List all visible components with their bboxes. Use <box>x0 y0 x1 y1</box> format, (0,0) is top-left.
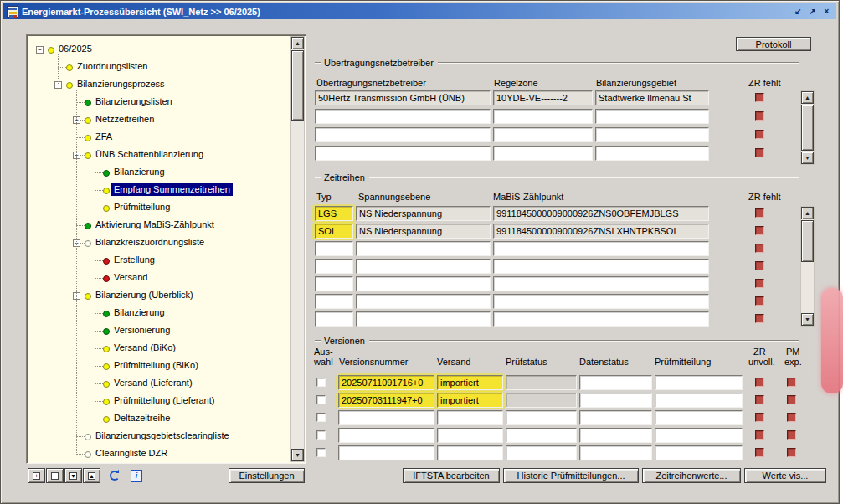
tree-item[interactable]: Versand <box>111 271 150 284</box>
spannungsebene-field[interactable] <box>356 276 491 291</box>
window-close-icon[interactable]: × <box>820 6 833 17</box>
versand-field[interactable]: importiert <box>437 375 503 390</box>
versand-field[interactable] <box>437 445 503 460</box>
typ-field[interactable] <box>315 241 353 256</box>
tree-item[interactable]: Empfang Summenzeitreihen <box>111 183 233 196</box>
scroll-up-icon[interactable]: ▲ <box>801 207 814 219</box>
pruefmitteilung-field[interactable] <box>655 393 743 408</box>
datenstatus-field[interactable] <box>579 445 652 460</box>
regelzone-field[interactable] <box>493 109 593 124</box>
zr-fehlt-checkbox[interactable] <box>755 226 764 235</box>
unb-field[interactable]: 50Hertz Transmission GmbH (ÜNB) <box>315 90 491 105</box>
zr-fehlt-checkbox[interactable] <box>755 148 764 157</box>
versionsnummer-field[interactable] <box>338 410 434 425</box>
zr-fehlt-checkbox[interactable] <box>755 314 764 323</box>
pruefstatus-field[interactable] <box>506 375 577 390</box>
zeitreihen-scrollbar[interactable]: ▲ ▼ <box>800 206 815 327</box>
zr-unvoll-checkbox[interactable] <box>755 378 764 387</box>
zr-unvoll-checkbox[interactable] <box>755 430 764 440</box>
tree-item[interactable]: Prüfmitteilung (Lieferant) <box>111 394 217 407</box>
einstellungen-button[interactable]: Einstellungen <box>229 468 305 483</box>
tree-item[interactable]: Bilanzierung (Überblick) <box>93 289 196 301</box>
tree-item[interactable]: Clearingliste DZR <box>93 447 170 460</box>
regelzone-field[interactable]: 10YDE-VE-------2 <box>493 90 593 105</box>
scroll-up-icon[interactable]: ▲ <box>801 91 814 104</box>
tree-item[interactable]: ZFA <box>93 131 115 143</box>
zr-fehlt-checkbox[interactable] <box>755 93 764 102</box>
zr-fehlt-checkbox[interactable] <box>755 244 764 253</box>
zr-unvoll-checkbox[interactable] <box>755 395 764 404</box>
pruefmitteilung-field[interactable] <box>655 445 743 460</box>
unb-field[interactable] <box>315 127 491 142</box>
typ-field[interactable]: SOL <box>315 224 353 239</box>
tree-item[interactable]: Bilanzierungsgebietsclearingliste <box>93 429 232 442</box>
window-restore-icon[interactable]: ↙ <box>792 6 804 17</box>
mabis-zaehlpunkt-field[interactable]: 9911845000009000926ZNS0OBFEMJBLGS <box>493 206 709 221</box>
bilanzierungsgebiet-field[interactable] <box>595 146 709 161</box>
regelzone-field[interactable] <box>493 146 593 161</box>
zr-fehlt-checkbox[interactable] <box>755 208 764 218</box>
tree-item[interactable]: Bilanzierung <box>111 166 167 178</box>
pruefmitteilung-field[interactable] <box>655 375 743 390</box>
spannungsebene-field[interactable]: NS Niederspannung <box>356 224 491 239</box>
pm-exp-checkbox[interactable] <box>787 448 796 457</box>
zr-unvoll-checkbox[interactable] <box>755 448 764 457</box>
mabis-zaehlpunkt-field[interactable] <box>493 259 709 274</box>
tree-scrollbar-thumb[interactable] <box>291 50 304 121</box>
spannungsebene-field[interactable] <box>356 311 491 327</box>
spannungsebene-field[interactable] <box>356 294 491 309</box>
pruefstatus-field[interactable] <box>506 393 577 408</box>
spannungsebene-field[interactable] <box>356 259 491 274</box>
iftsta-bearbeiten-button[interactable]: IFTSTA bearbeiten <box>403 468 500 483</box>
mabis-zaehlpunkt-field[interactable] <box>493 311 709 327</box>
pruefmitteilung-field[interactable] <box>655 428 743 443</box>
auswahl-checkbox[interactable] <box>316 448 326 457</box>
tree-item[interactable]: Versionierung <box>111 324 172 337</box>
versionsnummer-field[interactable] <box>338 445 434 460</box>
auswahl-checkbox[interactable] <box>316 430 326 440</box>
zr-fehlt-checkbox[interactable] <box>755 296 764 306</box>
versionsnummer-field[interactable]: 20250703111947+0 <box>338 393 434 408</box>
collapse-all-button[interactable]: ▴ <box>83 468 100 483</box>
zr-fehlt-checkbox[interactable] <box>755 111 764 121</box>
window-maximize-icon[interactable]: ↗ <box>806 6 819 17</box>
versand-field[interactable]: importiert <box>437 393 503 408</box>
regelzone-field[interactable] <box>493 127 593 142</box>
tree-item[interactable]: 06/2025 <box>56 43 95 55</box>
scroll-down-icon[interactable]: ▼ <box>801 152 814 164</box>
window-titlebar[interactable]: Energiemarkt-Prozessübersicht (SWI_Netz … <box>3 3 836 19</box>
tree-expander-minus-icon[interactable]: − <box>36 46 44 54</box>
unb-field[interactable] <box>315 146 491 161</box>
collapse-node-button[interactable]: − <box>46 468 64 483</box>
expand-node-button[interactable]: + <box>28 468 45 483</box>
datenstatus-field[interactable] <box>579 410 652 425</box>
tree-item[interactable]: ÜNB Schattenbilanzierung <box>93 148 206 161</box>
tree-item[interactable]: Bilanzkreiszuordnungsliste <box>93 236 207 249</box>
versionsnummer-field[interactable]: 20250711091716+0 <box>338 375 434 390</box>
typ-field[interactable] <box>315 311 353 327</box>
werte-vis-button[interactable]: Werte vis... <box>744 468 826 483</box>
tree-item[interactable]: Prüfmitteilung <box>111 201 172 213</box>
bilanzierungsgebiet-field[interactable] <box>595 127 709 142</box>
bilanzierungsgebiet-field[interactable]: Stadtwerke Ilmenau St <box>595 90 709 105</box>
mabis-zaehlpunkt-field[interactable] <box>493 276 709 291</box>
scroll-down-icon[interactable]: ▼ <box>801 313 814 326</box>
uenb-scrollbar-thumb[interactable] <box>801 105 814 151</box>
unb-field[interactable] <box>315 109 491 124</box>
pruefmitteilung-field[interactable] <box>655 410 743 425</box>
mabis-zaehlpunkt-field[interactable] <box>493 241 709 256</box>
expand-all-button[interactable]: ▾ <box>64 468 82 483</box>
tree-scrollbar[interactable]: ▲ ▼ <box>290 36 305 462</box>
pruefstatus-field[interactable] <box>506 445 577 460</box>
uenb-scrollbar[interactable]: ▲ ▼ <box>800 90 815 165</box>
auswahl-checkbox[interactable] <box>316 395 326 404</box>
versionsnummer-field[interactable] <box>338 428 434 443</box>
tree-item[interactable]: Aktivierung MaBiS-Zählpunkt <box>93 219 217 231</box>
pm-exp-checkbox[interactable] <box>787 395 796 404</box>
typ-field[interactable] <box>315 259 353 274</box>
tree-item[interactable]: Versand (BiKo) <box>111 342 178 354</box>
tree-item[interactable]: Bilanzierungslisten <box>93 95 175 108</box>
datenstatus-field[interactable] <box>579 428 652 443</box>
scroll-up-icon[interactable]: ▲ <box>291 37 304 49</box>
scroll-down-icon[interactable]: ▼ <box>291 449 304 461</box>
